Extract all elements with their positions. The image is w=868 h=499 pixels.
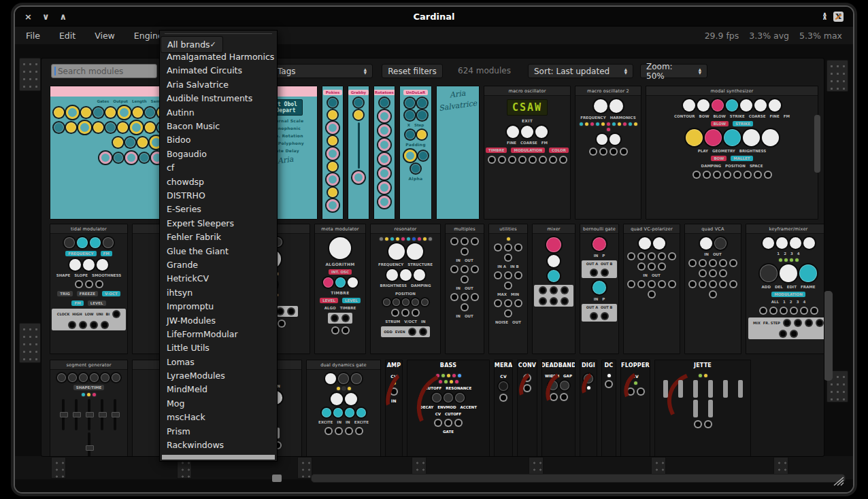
- module-card[interactable]: Pokies: [322, 86, 344, 220]
- brand-menu-item[interactable]: DISTRHO: [161, 188, 276, 202]
- brand-menu-item[interactable]: Lomas: [161, 355, 276, 368]
- module-card[interactable]: CONV: [517, 360, 537, 457]
- brand-menu-item[interactable]: Little Utils: [161, 341, 276, 355]
- reset-filters-button[interactable]: Reset filters: [382, 64, 443, 78]
- brand-menu-item[interactable]: Impromptu: [161, 299, 276, 313]
- brand-menu-item[interactable]: Bogaudio: [161, 147, 276, 160]
- module-chip-row: Grabby: [350, 90, 367, 95]
- brand-menu-item[interactable]: Mog: [161, 396, 276, 410]
- port: [516, 300, 521, 306]
- knob: [417, 110, 427, 120]
- zoom-dropdown[interactable]: Zoom: 50% ▲▼: [640, 64, 707, 78]
- knob: [592, 237, 606, 251]
- brand-menu-item[interactable]: Fehler Fabrik: [161, 230, 276, 243]
- module-chip: UnDuLaR: [403, 90, 428, 95]
- sort-dropdown[interactable]: Sort: Last updated ▲▼: [528, 64, 633, 78]
- module-card[interactable]: keyframer/mixer1234ADDDELEDITFRAMEMODULA…: [746, 224, 824, 354]
- module-card[interactable]: DC: [601, 360, 616, 457]
- module-card[interactable]: segment generatorSHAPE/TIMETIME/LEVELGAT…: [50, 360, 128, 457]
- module-card[interactable]: AriaSalvatrice: [436, 86, 480, 220]
- knob-row: [380, 98, 389, 107]
- menu-item-file[interactable]: File: [26, 31, 40, 41]
- port: [420, 329, 426, 334]
- collapse-chevrons-icon[interactable]: ∧∧: [822, 13, 827, 20]
- module-card[interactable]: DIGI: [580, 360, 597, 457]
- module-header: dual dynamics gate: [307, 360, 380, 370]
- brand-menu-item[interactable]: E-Series: [161, 203, 276, 216]
- brand-menu-item-selected[interactable]: All brands✓: [161, 36, 223, 53]
- port: [561, 394, 567, 400]
- module-card[interactable]: bernoulli gateINPOUT AOUT BINPOUT AOUT B: [580, 224, 619, 354]
- menu-item-view[interactable]: View: [95, 31, 115, 41]
- search-input[interactable]: Search modules: [51, 64, 157, 78]
- window-maximize-button[interactable]: ∧: [59, 12, 67, 22]
- module-body: [533, 234, 575, 310]
- brand-menu-item[interactable]: MindMeld: [161, 383, 276, 396]
- module-card[interactable]: modal synthesizerCONTOURBOWBLOWSTRIKECOA…: [646, 86, 818, 220]
- brand-menu-item[interactable]: Rackwindows: [161, 438, 276, 451]
- brand-menu-item[interactable]: mscHack: [161, 411, 276, 424]
- module-card[interactable]: JETTE: [654, 360, 751, 457]
- module-card[interactable]: resonatorFREQUENCYSTRUCTUREBRIGHTNESSDAM…: [370, 224, 441, 354]
- led: [348, 387, 351, 390]
- module-card[interactable]: multiplesINOUTINOUTINOUT: [445, 224, 484, 354]
- brand-menu-item[interactable]: Prism: [161, 424, 276, 438]
- brand-menu-item[interactable]: LyraeModules: [161, 368, 276, 382]
- knob: [639, 237, 651, 250]
- window-close-button[interactable]: ×: [24, 12, 32, 22]
- module-card[interactable]: macro oscillator 2FREQUENCYHARMONICS: [575, 86, 641, 220]
- module-card[interactable]: dual dynamics gateEXCITEININEXCITE: [306, 360, 381, 457]
- brand-menu-item[interactable]: chowdsp: [161, 175, 276, 188]
- module-card[interactable]: FLOPPERCV: [620, 360, 650, 457]
- menu-item-edit[interactable]: Edit: [59, 31, 76, 41]
- module-label: ALGORITHM: [325, 262, 354, 266]
- module-card[interactable]: AMPCVIN: [385, 360, 403, 457]
- port: [705, 421, 711, 427]
- port: [524, 375, 530, 381]
- menu-scroll-indicator[interactable]: [162, 455, 275, 460]
- brand-menu-item[interactable]: LifeFormModular: [161, 327, 276, 341]
- module-card[interactable]: quad VCAINOUT: [684, 224, 741, 354]
- brand-menu-item[interactable]: HetrickCV: [161, 272, 276, 286]
- knob: [400, 269, 412, 281]
- module-card[interactable]: meta modulatorALGORITHMINT. OSCTIMBRELEV…: [314, 224, 366, 354]
- brand-menu-item[interactable]: Expert Sleepers: [161, 216, 276, 230]
- tags-filter-dropdown[interactable]: Tags ▲▼: [271, 64, 373, 78]
- module-card[interactable]: Grabby: [348, 86, 369, 220]
- window-resize-handle[interactable]: [831, 476, 845, 487]
- port: [695, 421, 701, 427]
- port: [550, 157, 556, 162]
- module-card[interactable]: DEADBANDWIDTHGAP: [541, 360, 575, 457]
- horizontal-scrollbar[interactable]: [311, 474, 846, 483]
- brand-menu-item[interactable]: Audible Instruments: [161, 92, 276, 105]
- brand-menu-item[interactable]: Aria Salvatrice: [161, 78, 276, 91]
- rack-scrollbar[interactable]: [824, 291, 833, 381]
- slider: [114, 399, 116, 430]
- brand-menu-item[interactable]: JW-Modules: [161, 313, 276, 327]
- module-card[interactable]: utilitiesIN AIN BMAXMINNOISEOUT: [488, 224, 528, 354]
- module-card[interactable]: tidal modulatorFREQUENCYFMSHAPESLOPESMOO…: [50, 224, 128, 354]
- horizontal-scrollbar-nub[interactable]: [272, 475, 282, 482]
- brand-menu-item[interactable]: cf: [161, 161, 276, 175]
- port: [710, 260, 716, 266]
- module-card[interactable]: BASSCUTOFFRESONANCEDECAYENVMODACCENTCVCU…: [407, 360, 490, 457]
- module-card[interactable]: macro oscillatorCSAWEXITFINECOARSEFMTIMB…: [484, 86, 571, 220]
- brand-menu-item[interactable]: ihtsyn: [161, 286, 276, 299]
- brand-menu-item[interactable]: Bacon Music: [161, 119, 276, 133]
- knob: [421, 298, 429, 306]
- knob: [81, 107, 91, 118]
- brand-menu-item[interactable]: Glue the Giant: [161, 244, 276, 258]
- module-card[interactable]: mixer: [532, 224, 575, 354]
- brand-menu-item[interactable]: Grande: [161, 258, 276, 271]
- module-card[interactable]: UnDuLaRXStepPaddingAlpha: [399, 86, 432, 220]
- window-minimize-button[interactable]: ∨: [42, 12, 50, 22]
- module-body: CONTOURBOWBLOWSTRIKECOARSEFINEFMBLOWSTRI…: [646, 96, 818, 182]
- brand-menu-item[interactable]: Animated Circuits: [161, 64, 276, 78]
- knob: [432, 393, 441, 402]
- brand-menu-item[interactable]: Autinn: [161, 105, 276, 119]
- module-card[interactable]: quad VC-polarizerINOUT: [623, 224, 680, 354]
- knob: [66, 122, 76, 133]
- module-card[interactable]: Rotatoes: [373, 86, 395, 220]
- module-card[interactable]: MERACV: [494, 360, 513, 457]
- brand-menu-item[interactable]: Bidoo: [161, 133, 276, 147]
